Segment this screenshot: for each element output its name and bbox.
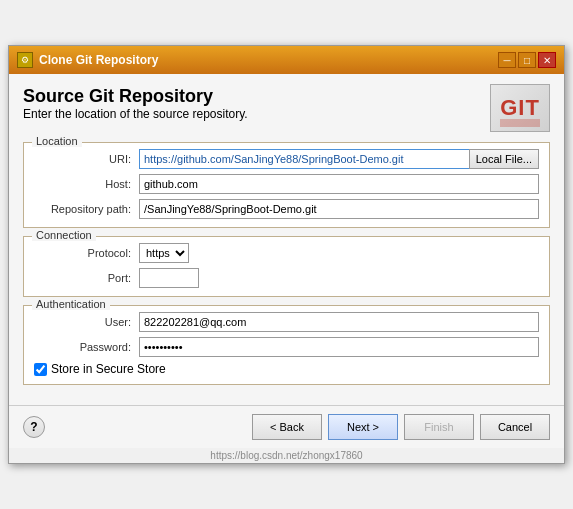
password-label: Password: — [34, 341, 139, 353]
title-bar: ⚙ Clone Git Repository ─ □ ✕ — [9, 46, 564, 74]
dialog-title: Clone Git Repository — [39, 53, 158, 67]
authentication-group: Authentication User: Password: Store in … — [23, 305, 550, 385]
next-button[interactable]: Next > — [328, 414, 398, 440]
footer-buttons: < Back Next > Finish Cancel — [252, 414, 550, 440]
protocol-row: Protocol: https http git ssh — [34, 243, 539, 263]
subtitle-underline: source — [153, 107, 189, 121]
footer: ? < Back Next > Finish Cancel — [9, 405, 564, 448]
port-input[interactable] — [139, 268, 199, 288]
password-input[interactable] — [139, 337, 539, 357]
authentication-group-title: Authentication — [32, 298, 110, 310]
title-bar-left: ⚙ Clone Git Repository — [17, 52, 158, 68]
help-button[interactable]: ? — [23, 416, 45, 438]
dialog-body: Source Git Repository Enter the location… — [9, 74, 564, 405]
uri-input[interactable] — [139, 149, 469, 169]
title-controls: ─ □ ✕ — [498, 52, 556, 68]
port-label: Port: — [34, 272, 139, 284]
uri-input-area: Local File... — [139, 149, 539, 169]
section-subtitle: Enter the location of the source reposit… — [23, 107, 490, 121]
local-file-button[interactable]: Local File... — [469, 149, 539, 169]
cancel-button[interactable]: Cancel — [480, 414, 550, 440]
minimize-button[interactable]: ─ — [498, 52, 516, 68]
header-area: Source Git Repository Enter the location… — [23, 86, 550, 132]
store-label[interactable]: Store in Secure Store — [51, 362, 166, 376]
password-row: Password: — [34, 337, 539, 357]
protocol-label: Protocol: — [34, 247, 139, 259]
protocol-select[interactable]: https http git ssh — [139, 243, 189, 263]
location-group-title: Location — [32, 135, 82, 147]
port-row: Port: — [34, 268, 539, 288]
clone-git-dialog: ⚙ Clone Git Repository ─ □ ✕ Source Git … — [8, 45, 565, 464]
maximize-button[interactable]: □ — [518, 52, 536, 68]
uri-label: URI: — [34, 153, 139, 165]
footer-left: ? — [23, 416, 45, 438]
connection-group-title: Connection — [32, 229, 96, 241]
back-button[interactable]: < Back — [252, 414, 322, 440]
host-row: Host: — [34, 174, 539, 194]
section-title: Source Git Repository — [23, 86, 490, 107]
user-label: User: — [34, 316, 139, 328]
connection-group: Connection Protocol: https http git ssh … — [23, 236, 550, 297]
host-input[interactable] — [139, 174, 539, 194]
dialog-icon: ⚙ — [17, 52, 33, 68]
subtitle-post: repository. — [189, 107, 247, 121]
repo-path-label: Repository path: — [34, 203, 139, 215]
git-logo: GIT — [490, 84, 550, 132]
subtitle-pre: Enter the location of the — [23, 107, 153, 121]
header-text: Source Git Repository Enter the location… — [23, 86, 490, 121]
repo-path-input[interactable] — [139, 199, 539, 219]
close-button[interactable]: ✕ — [538, 52, 556, 68]
uri-row: URI: Local File... — [34, 149, 539, 169]
user-row: User: — [34, 312, 539, 332]
store-checkbox-row: Store in Secure Store — [34, 362, 539, 376]
user-input[interactable] — [139, 312, 539, 332]
location-group: Location URI: Local File... Host: Reposi… — [23, 142, 550, 228]
store-checkbox[interactable] — [34, 363, 47, 376]
watermark: https://blog.csdn.net/zhongx17860 — [9, 448, 564, 463]
host-label: Host: — [34, 178, 139, 190]
finish-button[interactable]: Finish — [404, 414, 474, 440]
repo-path-row: Repository path: — [34, 199, 539, 219]
